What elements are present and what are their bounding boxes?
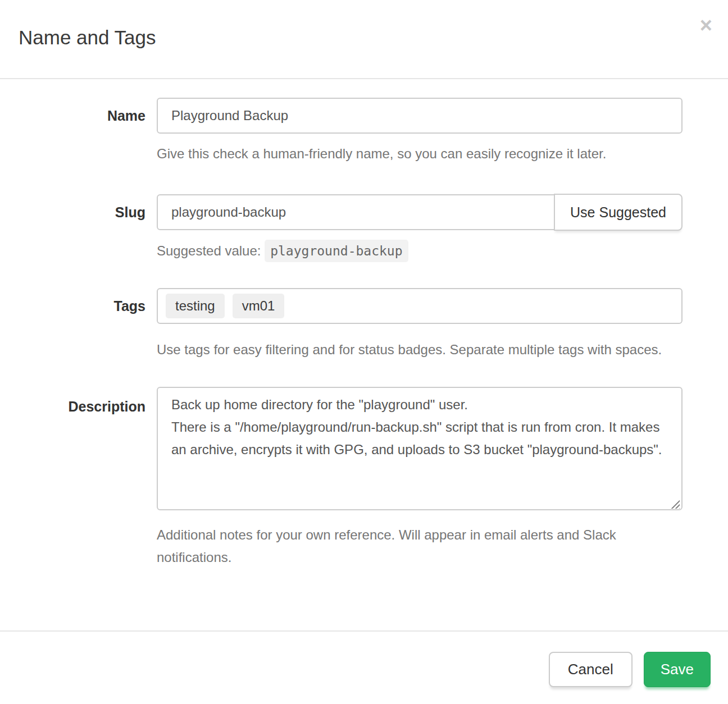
name-row: Name Give this check a human-friendly na… (19, 98, 683, 165)
dialog-title: Name and Tags (19, 26, 711, 49)
tag-chip[interactable]: vm01 (233, 294, 285, 318)
tags-input[interactable]: testing vm01 (157, 288, 683, 324)
close-icon[interactable]: × (700, 15, 712, 36)
save-button[interactable]: Save (644, 652, 711, 687)
suggested-value-code: playground-backup (265, 240, 408, 262)
tag-chip[interactable]: testing (166, 294, 225, 318)
name-label: Name (19, 98, 157, 124)
description-label: Description (19, 387, 157, 415)
name-and-tags-dialog: Name and Tags × Name Give this check a h… (0, 0, 728, 704)
dialog-body: Name Give this check a human-friendly na… (0, 79, 728, 630)
name-help-text: Give this check a human-friendly name, s… (157, 143, 683, 165)
tags-help-text: Use tags for easy filtering and for stat… (157, 339, 683, 361)
description-textarea[interactable]: Back up home directory for the "playgrou… (157, 387, 683, 510)
cancel-button[interactable]: Cancel (549, 652, 633, 687)
tags-label: Tags (19, 288, 157, 314)
name-input[interactable] (157, 98, 683, 134)
description-row: Description Back up home directory for t… (19, 387, 683, 569)
dialog-footer: Cancel Save (0, 630, 728, 704)
slug-label: Slug (19, 194, 157, 221)
use-suggested-button[interactable]: Use Suggested (554, 194, 683, 231)
slug-input[interactable] (157, 194, 555, 230)
slug-row: Slug Use Suggested Suggested value: play… (19, 194, 683, 262)
slug-suggested-line: Suggested value: playground-backup (157, 240, 683, 262)
suggested-value-prefix: Suggested value: (157, 243, 261, 258)
tags-row: Tags testing vm01 Use tags for easy filt… (19, 288, 683, 361)
description-help-text: Additional notes for your own reference.… (157, 524, 683, 569)
dialog-header: Name and Tags × (0, 0, 728, 79)
